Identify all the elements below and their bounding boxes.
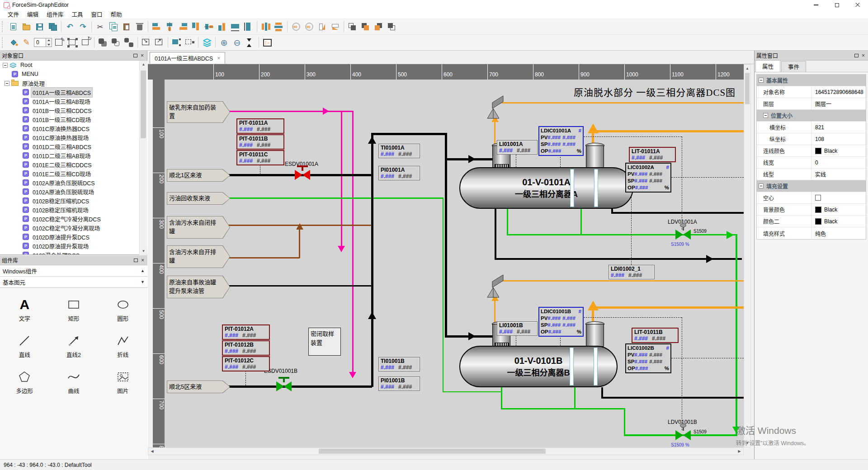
- vessel-01-v-0101a[interactable]: 01-V-0101A 一级三相分离器A: [459, 167, 633, 209]
- instrument-pit01011c[interactable]: PIT-01011C #.####.###: [236, 150, 284, 165]
- tree-item[interactable]: P 0101D二级三相ABDCS: [0, 142, 147, 151]
- instrument-lit01011a[interactable]: LIT-01011A #.####.###: [629, 147, 676, 162]
- manifold-left[interactable]: [371, 133, 373, 387]
- tree-item[interactable]: P 0101C原油换热器现场: [0, 133, 147, 142]
- pipe-shunbei5-feed[interactable]: [220, 385, 372, 388]
- pipe-oil-recovery[interactable]: [220, 197, 443, 199]
- prop-fill-style[interactable]: 填充样式 纯色: [757, 227, 866, 239]
- rotate-shape-icon[interactable]: ↻: [80, 37, 92, 49]
- align-top-icon[interactable]: [190, 21, 202, 33]
- send-backward-icon[interactable]: [386, 21, 398, 33]
- pipe-oil-header-down[interactable]: [736, 234, 737, 435]
- pipe-flare-b[interactable]: [502, 280, 744, 282]
- pipe-vessel-a-oil-drain2[interactable]: [580, 209, 582, 235]
- tab-events[interactable]: 事件: [781, 61, 806, 72]
- tab-close-icon[interactable]: ×: [217, 55, 220, 61]
- controller-lic01002b[interactable]: LIC01002B# PV#.####.### SP#.####.### OP#…: [625, 343, 671, 373]
- tree-item[interactable]: P 0101C原油换热器DCS: [0, 124, 147, 133]
- canvas-vertical-scrollbar[interactable]: ▲ ▼: [744, 64, 751, 447]
- instrument-pi01001b[interactable]: PI01001B #.####.###: [378, 376, 420, 391]
- instrument-pi01001a[interactable]: PI01001A #.####.###: [378, 166, 420, 180]
- line-width-spinner[interactable]: 0: [34, 38, 52, 47]
- menu-item[interactable]: 文件: [4, 9, 23, 19]
- controller-ldic01001b[interactable]: LDIC01001B# PV#.####.### SP#.####.### OP…: [538, 307, 584, 337]
- pipe-flare-a[interactable]: [502, 102, 744, 103]
- esdv-b-valve[interactable]: [276, 381, 292, 391]
- bring-to-front-icon[interactable]: [346, 21, 359, 33]
- tree-item[interactable]: P 0102C稳定气冷凝分离现场: [0, 223, 147, 232]
- fill-color-icon[interactable]: [7, 37, 19, 49]
- group-basic[interactable]: 基本属性: [757, 75, 866, 86]
- flag-emergency-tank[interactable]: 原油来自事故油罐提升泵来油管: [167, 276, 230, 298]
- tree-item[interactable]: P 0102D原油提升泵DCS: [0, 232, 147, 241]
- tree-item[interactable]: P 0102C稳定气冷凝分离DCS: [0, 214, 147, 223]
- line-color-icon[interactable]: ✎: [20, 37, 33, 49]
- drawing-page[interactable]: 原油脱水部分 一级三相分离器DCS图: [165, 80, 744, 447]
- pipe-demulsifier-drop1[interactable]: [341, 111, 342, 247]
- diagram-title[interactable]: 原油脱水部分 一级三相分离器DCS图: [574, 85, 736, 99]
- pipe-oily-water-open[interactable]: [220, 257, 300, 258]
- align-left-icon[interactable]: [151, 21, 163, 33]
- prop-line-type[interactable]: 线型 实线: [757, 169, 866, 180]
- align-objects-icon[interactable]: [170, 37, 183, 49]
- distribute-horizontal-icon[interactable]: [259, 21, 272, 33]
- menu-item[interactable]: 组件库: [42, 9, 68, 19]
- prop-line-color[interactable]: 连线颜色 Black: [757, 145, 866, 157]
- tree-item[interactable]: P 0102A原油负压脱硫现场: [0, 187, 147, 196]
- prop-line-width[interactable]: 线宽 0: [757, 157, 866, 169]
- pipe-vessel-b-outlet-right[interactable]: [601, 397, 744, 399]
- pipe-vessel-a-oil-drain1[interactable]: [507, 209, 508, 235]
- tree-item[interactable]: P 0102A原油负压脱硫DCS: [0, 178, 147, 187]
- group-position-size[interactable]: 位置大小: [757, 110, 866, 122]
- tree-scrollbar[interactable]: ▲ ▼: [139, 61, 147, 255]
- menu-item[interactable]: 编辑: [23, 9, 42, 19]
- float-panel-icon[interactable]: [133, 54, 137, 57]
- align-middle-icon[interactable]: [203, 21, 215, 33]
- instrument-pit01012a[interactable]: PIT-01012A #.####.###: [222, 324, 270, 340]
- tree-item[interactable]: P 0101E二级三相CDDCS: [0, 160, 147, 169]
- pipe-vessel-b-oil-out1[interactable]: [501, 408, 625, 409]
- close-panel-icon[interactable]: ×: [141, 53, 144, 58]
- redo-icon[interactable]: ↷: [77, 21, 89, 33]
- menu-item[interactable]: 工具: [68, 9, 87, 19]
- instrument-pit01011b[interactable]: PIT-01011B #.####.###: [236, 134, 284, 150]
- send-to-back-icon[interactable]: [359, 21, 372, 33]
- tree-item[interactable]: P 0102B稳定压缩机DCS: [0, 196, 147, 205]
- vessel-a-gas-nozzle[interactable]: [586, 146, 604, 168]
- group-icon[interactable]: [110, 37, 122, 49]
- prop-color2[interactable]: 颜色二 Black: [757, 216, 866, 227]
- scroll-down-icon[interactable]: ▼: [140, 247, 147, 255]
- copy-icon[interactable]: [107, 21, 119, 33]
- tab-properties[interactable]: 属性: [755, 60, 780, 72]
- tree-item[interactable]: P 0101E二级三相CD现场: [0, 169, 147, 178]
- prop-x[interactable]: 横坐标 821: [757, 122, 866, 133]
- library-group-basic[interactable]: 基本图元▼: [0, 277, 147, 288]
- flag-oily-water-closed[interactable]: 含油污水来自闭排罐: [167, 216, 230, 239]
- zoom-out-icon[interactable]: ⊖: [231, 37, 243, 49]
- tree-root[interactable]: Root: [0, 61, 147, 70]
- prop-object-name[interactable]: 对象名称 1645172890668648: [757, 86, 866, 98]
- palette-item-polyline[interactable]: 折线: [98, 328, 147, 364]
- scroll-up-icon[interactable]: ▲: [140, 61, 147, 68]
- prop-bg-color[interactable]: 背景颜色 Black: [757, 204, 866, 216]
- relief-valve-b-icon[interactable]: [481, 268, 505, 299]
- delete-icon[interactable]: [133, 21, 146, 33]
- instrument-pit01012c[interactable]: PIT-01012C #.####.###: [222, 356, 270, 371]
- pipe-gas-b-header[interactable]: [592, 306, 744, 309]
- library-group-windows[interactable]: Windows组件▲: [0, 265, 147, 277]
- flip-horizontal-icon[interactable]: [329, 21, 341, 33]
- pipe-oily-water-riser[interactable]: [299, 229, 300, 258]
- zoom-fit-icon[interactable]: [244, 37, 256, 49]
- ungroup-icon[interactable]: [123, 37, 135, 49]
- instrument-ti01001b[interactable]: TI01001B #.####.###: [378, 357, 420, 371]
- checkbox[interactable]: [815, 195, 821, 201]
- pipe-vessel-a-water-out[interactable]: [495, 258, 742, 260]
- prop-y[interactable]: 纵坐标 108: [757, 133, 866, 145]
- rotate-cw-90-icon[interactable]: 90: [290, 21, 302, 33]
- controller-lic01002a[interactable]: LIC01002A# PV#.####.### SP#.####.### OP#…: [625, 163, 671, 193]
- instrument-pit01011a[interactable]: PIT-01011A #.####.###: [236, 118, 284, 134]
- pipe-oil-recovery-bottom[interactable]: [443, 391, 502, 392]
- maximize-button[interactable]: [826, 0, 847, 10]
- save-icon[interactable]: [33, 21, 46, 33]
- close-button[interactable]: [847, 0, 868, 10]
